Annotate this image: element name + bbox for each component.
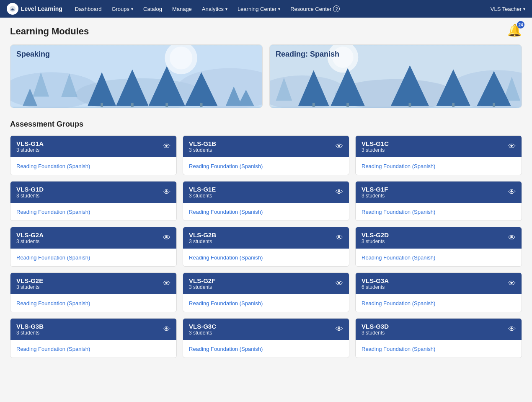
svg-rect-48 [409, 103, 411, 107]
nav-links: Dashboard Groups ▾ Catalog Manage Analyt… [71, 0, 491, 18]
group-card-body: Reading Foundation (Spanish) [10, 294, 176, 312]
group-card-link[interactable]: Reading Foundation (Spanish) [16, 300, 90, 306]
eye-icon[interactable]: 👁 [336, 279, 343, 288]
group-card-name: VLS-G1F [362, 186, 388, 193]
svg-rect-20 [131, 103, 134, 107]
module-card-speaking[interactable]: Speaking [10, 44, 263, 108]
group-card-link[interactable]: Reading Foundation (Spanish) [189, 163, 263, 169]
svg-rect-19 [101, 103, 103, 107]
group-card[interactable]: VLS-G3A 6 students 👁 Reading Foundation … [355, 272, 522, 312]
group-card-body: Reading Foundation (Spanish) [10, 340, 176, 358]
module-cards: Speaking [10, 44, 522, 108]
eye-icon[interactable]: 👁 [336, 188, 343, 197]
main-content: 🔔 24 Learning Modules Speaking [0, 18, 532, 366]
group-card[interactable]: VLS-G1B 3 students 👁 Reading Foundation … [183, 135, 349, 175]
group-card-link[interactable]: Reading Foundation (Spanish) [362, 163, 435, 169]
group-card[interactable]: VLS-G1E 3 students 👁 Reading Foundation … [183, 181, 349, 221]
eye-icon[interactable]: 👁 [163, 325, 170, 334]
learning-center-chevron-icon: ▾ [278, 7, 280, 11]
nav-catalog[interactable]: Catalog [139, 0, 166, 18]
group-card-link[interactable]: Reading Foundation (Spanish) [189, 209, 263, 215]
group-card-students: 3 students [16, 193, 44, 199]
group-card[interactable]: VLS-G2D 3 students 👁 Reading Foundation … [355, 227, 522, 267]
bell-badge: 24 [517, 21, 524, 29]
eye-icon[interactable]: 👁 [508, 233, 516, 242]
module-title-speaking: Speaking [16, 50, 50, 59]
nav-resource-center[interactable]: Resource Center ? [286, 0, 344, 18]
group-card-name: VLS-G3B [16, 323, 44, 330]
logo-text: Level Learning [21, 5, 62, 12]
nav-dashboard[interactable]: Dashboard [71, 0, 106, 18]
group-card[interactable]: VLS-G1C 3 students 👁 Reading Foundation … [355, 135, 522, 175]
eye-icon[interactable]: 👁 [163, 188, 170, 197]
group-card-link[interactable]: Reading Foundation (Spanish) [16, 254, 90, 261]
group-card-link[interactable]: Reading Foundation (Spanish) [189, 254, 263, 261]
group-card-link[interactable]: Reading Foundation (Spanish) [362, 300, 435, 306]
group-card-body: Reading Foundation (Spanish) [10, 203, 176, 220]
group-card-body: Reading Foundation (Spanish) [10, 249, 176, 266]
group-card-name: VLS-G2D [362, 231, 389, 239]
bell-container: 🔔 24 [507, 23, 522, 37]
assessment-groups-title: Assessment Groups [10, 120, 522, 129]
svg-rect-47 [346, 103, 349, 107]
group-card-link[interactable]: Reading Foundation (Spanish) [189, 346, 263, 352]
group-card[interactable]: VLS-G2B 3 students 👁 Reading Foundation … [183, 227, 349, 267]
eye-icon[interactable]: 👁 [336, 142, 343, 151]
nav-analytics[interactable]: Analytics ▾ [198, 0, 232, 18]
group-card-header: VLS-G1D 3 students 👁 [10, 182, 176, 203]
eye-icon[interactable]: 👁 [508, 188, 516, 197]
group-card-body: Reading Foundation (Spanish) [183, 203, 349, 220]
group-card[interactable]: VLS-G2F 3 students 👁 Reading Foundation … [183, 272, 349, 312]
group-card-header: VLS-G2F 3 students 👁 [183, 273, 349, 294]
bell-button[interactable]: 🔔 24 [507, 23, 522, 37]
group-card-body: Reading Foundation (Spanish) [183, 294, 349, 312]
group-card-header: VLS-G3C 3 students 👁 [183, 319, 349, 340]
user-menu[interactable]: VLS Teacher ▾ [491, 6, 525, 12]
group-card[interactable]: VLS-G2A 3 students 👁 Reading Foundation … [10, 227, 177, 267]
group-card[interactable]: VLS-G3D 3 students 👁 Reading Foundation … [355, 318, 522, 358]
nav-manage[interactable]: Manage [168, 0, 196, 18]
group-card-students: 3 students [189, 239, 216, 244]
group-card[interactable]: VLS-G1F 3 students 👁 Reading Foundation … [355, 181, 522, 221]
svg-rect-21 [165, 103, 168, 107]
group-card-link[interactable]: Reading Foundation (Spanish) [362, 346, 435, 352]
group-card[interactable]: VLS-G1D 3 students 👁 Reading Foundation … [10, 181, 177, 221]
group-card-name: VLS-G3C [189, 323, 216, 330]
nav-learning-center[interactable]: Learning Center ▾ [233, 0, 284, 18]
group-card-name: VLS-G2F [189, 277, 215, 284]
group-card[interactable]: VLS-G3B 3 students 👁 Reading Foundation … [10, 318, 177, 358]
resource-help-icon: ? [333, 5, 340, 12]
group-card-header: VLS-G2A 3 students 👁 [10, 227, 176, 249]
eye-icon[interactable]: 👁 [508, 279, 516, 288]
eye-icon[interactable]: 👁 [163, 142, 170, 151]
group-card-header: VLS-G1E 3 students 👁 [183, 182, 349, 203]
group-card-students: 3 students [16, 330, 44, 336]
group-card-link[interactable]: Reading Foundation (Spanish) [16, 346, 90, 352]
svg-point-6 [170, 47, 192, 69]
group-card[interactable]: VLS-G2E 3 students 👁 Reading Foundation … [10, 272, 177, 312]
nav-groups[interactable]: Groups ▾ [107, 0, 137, 18]
eye-icon[interactable]: 👁 [336, 233, 343, 242]
group-card[interactable]: VLS-G3C 3 students 👁 Reading Foundation … [183, 318, 349, 358]
group-card-students: 3 students [189, 330, 216, 336]
group-card-body: Reading Foundation (Spanish) [183, 249, 349, 266]
eye-icon[interactable]: 👁 [336, 325, 343, 334]
group-card[interactable]: VLS-G1A 3 students 👁 Reading Foundation … [10, 135, 177, 175]
eye-icon[interactable]: 👁 [163, 279, 170, 288]
group-card-students: 3 students [362, 330, 389, 336]
eye-icon[interactable]: 👁 [508, 325, 516, 334]
group-card-link[interactable]: Reading Foundation (Spanish) [16, 163, 90, 169]
eye-icon[interactable]: 👁 [508, 142, 516, 151]
group-card-link[interactable]: Reading Foundation (Spanish) [362, 254, 435, 261]
logo[interactable]: Level Learning [7, 3, 62, 15]
group-card-header: VLS-G3A 6 students 👁 [356, 273, 522, 294]
group-card-link[interactable]: Reading Foundation (Spanish) [16, 209, 90, 215]
group-card-header: VLS-G1F 3 students 👁 [356, 182, 522, 203]
eye-icon[interactable]: 👁 [163, 233, 170, 242]
group-card-name: VLS-G1C [362, 140, 389, 147]
group-card-link[interactable]: Reading Foundation (Spanish) [189, 300, 263, 306]
group-card-link[interactable]: Reading Foundation (Spanish) [362, 209, 435, 215]
group-card-name: VLS-G1D [16, 186, 44, 193]
user-chevron-icon: ▾ [523, 7, 525, 11]
module-card-reading[interactable]: Reading: Spanish [269, 44, 522, 108]
